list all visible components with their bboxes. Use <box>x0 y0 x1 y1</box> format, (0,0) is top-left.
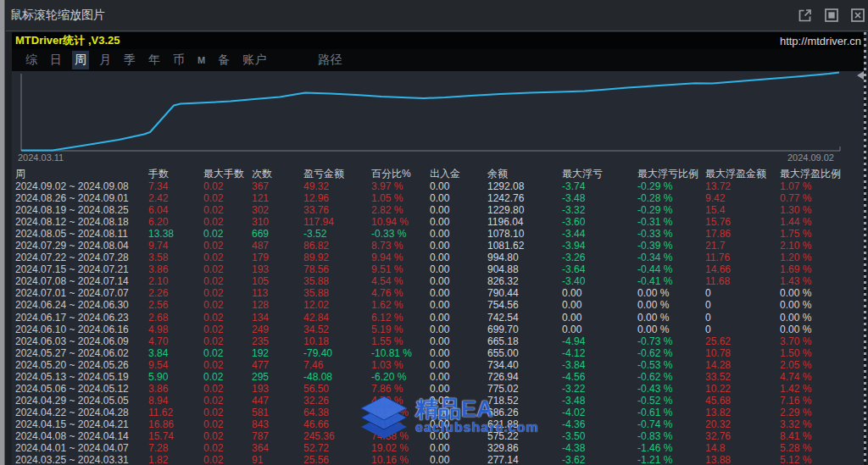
cell-max_fp: 13.72 <box>705 180 780 192</box>
cell-cashflow: 0.00 <box>430 312 487 324</box>
cell-max_lots: 0.02 <box>203 216 252 228</box>
screenshot-root: { "window": { "title": "鼠标滚轮缩放图片", "icon… <box>0 0 868 465</box>
cell-lots: 3.86 <box>148 263 203 275</box>
tab-日[interactable]: 日 <box>47 51 64 69</box>
table-row: 2024.05.27 ~ 2024.06.023.840.02192-79.40… <box>15 347 866 359</box>
cell-period: 2024.05.20 ~ 2024.05.26 <box>15 359 148 371</box>
cell-lots: 6.04 <box>148 204 203 216</box>
cell-pct: 6.12 % <box>371 312 430 324</box>
resize-grip-icon[interactable] <box>857 71 864 80</box>
cell-lots: 8.94 <box>148 395 203 407</box>
panel-header: MTDriver统计 ,V3.25 http://mtdriver.cn <box>12 32 866 49</box>
cell-max_dd_pct: -0.31 % <box>637 216 705 228</box>
cell-max_dd: -4.38 <box>562 442 637 454</box>
cell-max_fp: 0 <box>705 287 780 299</box>
cell-max_lots: 0.02 <box>203 263 252 275</box>
x-axis-start-label: 2024.03.11 <box>18 152 64 163</box>
cell-lots: 3.86 <box>148 383 203 395</box>
cell-cashflow: 0.00 <box>430 454 487 465</box>
cell-pct: -6.20 % <box>371 371 430 383</box>
cell-pnl: -79.40 <box>303 347 371 359</box>
tab-季[interactable]: 季 <box>121 51 138 69</box>
cell-max_fp: 0 <box>705 312 780 324</box>
cell-lots: 1.82 <box>148 454 203 465</box>
cell-lots: 9.54 <box>148 359 203 371</box>
cell-trades: 91 <box>252 454 303 465</box>
cell-period: 2024.06.24 ~ 2024.06.30 <box>15 299 148 311</box>
cell-pnl: 35.88 <box>303 287 371 299</box>
cell-max_fp_pct: 1.42 % <box>780 383 866 395</box>
weekly-stats-table: 周手数最大手数次数盈亏金额百分比%出入金余额最大浮亏最大浮亏比例最大浮盈金额最大… <box>12 167 866 465</box>
cell-cashflow: 0.00 <box>430 335 487 347</box>
cell-trades: 310 <box>252 216 303 228</box>
cell-max_dd_pct: -0.28 % <box>637 192 705 204</box>
cell-max_fp: 45.68 <box>705 395 780 407</box>
table-body: 2024.09.02 ~ 2024.09.087.340.0236749.323… <box>15 180 866 465</box>
cell-trades: 787 <box>252 430 303 442</box>
cell-max_lots: 0.02 <box>203 359 252 371</box>
panel-url-link[interactable]: http://mtdriver.cn <box>780 35 861 47</box>
cell-max_dd: -3.40 <box>562 275 637 287</box>
cell-lots: 6.20 <box>148 216 203 228</box>
cell-max_lots: 0.02 <box>203 228 252 240</box>
cell-lots: 15.74 <box>148 430 203 442</box>
tab-年[interactable]: 年 <box>146 51 163 69</box>
tab-周[interactable]: 周 <box>72 51 89 69</box>
cell-balance: 1229.80 <box>487 204 562 216</box>
cell-cashflow: 0.00 <box>430 371 487 383</box>
cell-balance: 718.52 <box>487 395 562 407</box>
cell-max_dd_pct: -0.33 % <box>637 228 705 240</box>
cell-pct: 7.86 % <box>371 383 430 395</box>
cell-period: 2024.05.13 ~ 2024.05.19 <box>15 371 148 383</box>
restore-window-icon[interactable] <box>823 7 840 24</box>
cell-max_fp: 14.28 <box>705 359 780 371</box>
cell-max_dd: -4.94 <box>562 335 637 347</box>
cell-max_fp: 20.32 <box>705 418 780 430</box>
cell-max_fp_pct: 1.50 % <box>780 347 866 359</box>
table-row: 2024.06.24 ~ 2024.06.302.560.0212812.021… <box>15 299 866 311</box>
close-icon[interactable] <box>849 7 866 24</box>
cell-max_fp_pct: 3.70 % <box>780 335 866 347</box>
column-header-cashflow: 出入金 <box>430 167 487 180</box>
tab-币[interactable]: 币 <box>170 51 187 69</box>
cell-trades: 128 <box>252 299 303 311</box>
cell-pct: 10.94 % <box>371 216 430 228</box>
cell-max_dd_pct: -1.46 % <box>637 442 705 454</box>
cell-period: 2024.04.29 ~ 2024.05.05 <box>15 395 148 407</box>
cell-lots: 7.28 <box>148 442 203 454</box>
path-label[interactable]: 路径 <box>318 53 342 68</box>
x-axis-end-label: 2024.09.02 <box>787 152 834 163</box>
cell-max_lots: 0.02 <box>203 299 252 311</box>
cell-pnl: 35.88 <box>303 275 371 287</box>
cell-max_fp_pct: 0.00 % <box>780 287 866 299</box>
cell-max_dd_pct: 0.00 % <box>637 299 705 311</box>
cell-cashflow: 0.00 <box>430 192 487 204</box>
cell-pct: 8.73 % <box>371 240 430 252</box>
tab-M[interactable]: M <box>195 53 208 67</box>
cell-max_fp_pct: 2.10 % <box>780 240 866 252</box>
cell-pnl: 64.38 <box>303 407 371 418</box>
open-in-new-window-icon[interactable] <box>797 7 814 24</box>
left-scrollbar[interactable] <box>0 0 5 465</box>
cell-max_dd: -3.22 <box>562 383 637 395</box>
cell-max_lots: 0.02 <box>203 418 252 430</box>
window-titlebar: 鼠标滚轮缩放图片 <box>6 0 868 31</box>
cell-pnl: -48.08 <box>303 371 371 383</box>
cell-max_fp: 10.22 <box>705 383 780 395</box>
cell-max_dd_pct: 0.00 % <box>637 324 705 335</box>
cell-lots: 3.84 <box>148 347 203 359</box>
cell-pnl: 10.18 <box>303 335 371 347</box>
tab-月[interactable]: 月 <box>97 51 114 69</box>
tab-综[interactable]: 综 <box>23 51 40 69</box>
cell-balance: 699.70 <box>487 324 562 335</box>
cell-max_fp: 0 <box>705 299 780 311</box>
tab-账户[interactable]: 账户 <box>240 51 269 69</box>
cell-max_fp: 21.7 <box>705 240 780 252</box>
cell-pct: 8.11 % <box>371 418 430 430</box>
cell-cashflow: 0.00 <box>430 442 487 454</box>
cell-trades: 843 <box>252 418 303 430</box>
tab-备[interactable]: 备 <box>215 51 232 69</box>
column-header-max_dd_pct: 最大浮亏比例 <box>637 167 705 180</box>
cell-max_dd: -3.48 <box>562 395 637 407</box>
cell-max_dd_pct: -0.44 % <box>637 263 705 275</box>
